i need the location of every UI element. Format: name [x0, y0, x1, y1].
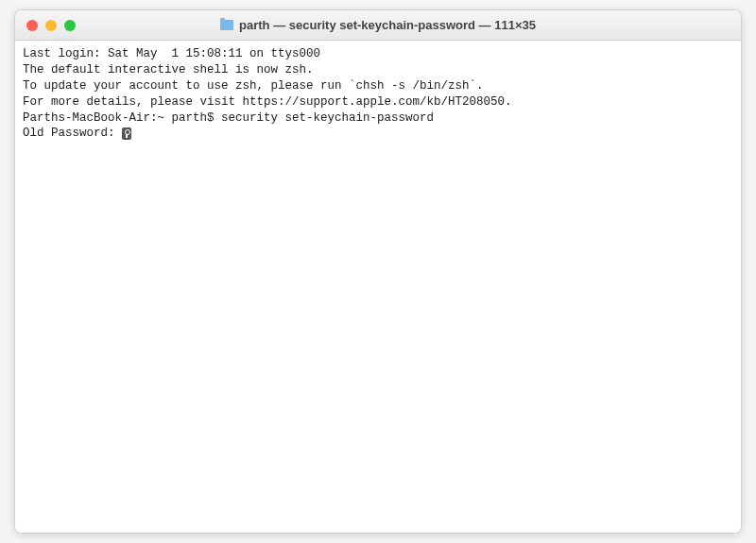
terminal-password-prompt: Old Password:	[23, 126, 733, 142]
folder-icon	[220, 20, 233, 30]
minimize-button[interactable]	[45, 20, 57, 31]
title-bar[interactable]: parth — security set-keychain-password —…	[15, 10, 741, 41]
terminal-body[interactable]: Last login: Sat May 1 15:08:11 on ttys00…	[15, 41, 741, 533]
close-button[interactable]	[26, 20, 38, 31]
window-title-text: parth — security set-keychain-password —…	[239, 18, 536, 32]
terminal-line: To update your account to use zsh, pleas…	[23, 78, 733, 94]
terminal-window: parth — security set-keychain-password —…	[14, 9, 742, 534]
old-password-label: Old Password:	[23, 127, 122, 140]
window-title: parth — security set-keychain-password —…	[25, 18, 731, 32]
terminal-line: Last login: Sat May 1 15:08:11 on ttys00…	[23, 46, 733, 62]
traffic-lights	[26, 20, 76, 31]
maximize-button[interactable]	[64, 20, 76, 31]
key-icon	[122, 127, 131, 140]
terminal-prompt-line: Parths-MacBook-Air:~ parth$ security set…	[23, 110, 733, 127]
terminal-line: For more details, please visit https://s…	[23, 94, 733, 110]
terminal-line: The default interactive shell is now zsh…	[23, 62, 733, 78]
